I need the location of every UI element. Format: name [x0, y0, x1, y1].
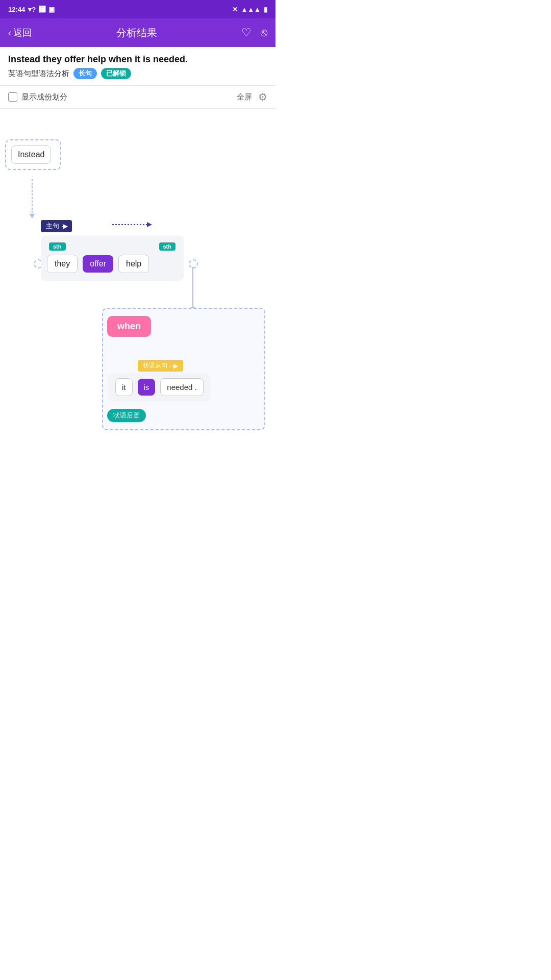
show-parts-label: 显示成份划分 [21, 92, 67, 102]
sentence-header: Instead they offer help when it is neede… [0, 47, 276, 86]
fullscreen-label[interactable]: 全屏 [237, 92, 252, 102]
when-word[interactable]: when [107, 316, 151, 337]
share-icon[interactable]: ⎋ [261, 26, 267, 39]
controls-right: 全屏 ⚙ [237, 91, 267, 103]
back-button[interactable]: ‹ 返回 [8, 27, 32, 39]
adv-clause-arrow: ···▶ [168, 362, 178, 370]
sentence-text: Instead they offer help when it is neede… [8, 54, 267, 65]
settings-icon[interactable]: ⚙ [258, 91, 267, 103]
sim-icon: ▣ [48, 6, 55, 13]
unlocked-badge: 已解锁 [101, 68, 131, 79]
status-bar: 12:44 ▾? 🅿 ▣ ✕ ▲▲▲ ▮ [0, 0, 276, 18]
word-they[interactable]: they [47, 255, 78, 273]
word-needed[interactable]: needed . [160, 378, 203, 396]
controls-bar: 显示成份划分 全屏 ⚙ [0, 86, 276, 109]
clause-words-box: it is needed . [108, 373, 211, 401]
status-right: ✕ ▲▲▲ ▮ [232, 6, 267, 13]
meta-label: 英语句型语法分析 [8, 69, 69, 79]
status-left: 12:44 ▾? 🅿 ▣ [8, 6, 55, 13]
no-wifi-icon: ✕ [232, 6, 238, 13]
svg-marker-1 [30, 214, 35, 218]
nav-bar: ‹ 返回 分析结果 ♡ ⎋ [0, 18, 276, 47]
word-help[interactable]: help [118, 255, 149, 273]
time-display: 12:44 [8, 6, 25, 13]
diagram-area: Instead 主句 ···▶ sth sth they offer help … [0, 109, 276, 466]
zhuju-text: 主句 [46, 222, 59, 231]
adv-clause-text: 状语从句 [143, 361, 167, 370]
word-is[interactable]: is [138, 379, 156, 396]
zhuju-label: 主句 ···▶ [41, 220, 72, 232]
show-parts-checkbox[interactable] [8, 92, 17, 102]
svg-marker-7 [147, 222, 152, 227]
dot-circle-right [189, 259, 198, 268]
zhuju-arrow: ···▶ [61, 223, 67, 230]
sth-badge-2: sth [159, 242, 176, 251]
word-offer[interactable]: offer [83, 255, 113, 273]
signal-icon: ▲▲▲ [241, 6, 261, 13]
controls-left: 显示成份划分 [8, 92, 67, 102]
parking-icon: 🅿 [39, 6, 45, 13]
instead-word[interactable]: Instead [11, 145, 51, 164]
page-title: 分析结果 [116, 26, 157, 40]
wifi-question-icon: ▾? [28, 6, 36, 13]
nav-actions: ♡ ⎋ [241, 26, 267, 39]
word-it[interactable]: it [115, 378, 133, 396]
main-clause-box: sth sth they offer help [41, 235, 184, 281]
words-row: they offer help [47, 255, 178, 273]
sth-badge-1: sth [49, 242, 66, 251]
sentence-meta: 英语句型语法分析 长句 已解锁 [8, 68, 267, 79]
adv-position-badge: 状语后置 [107, 409, 146, 422]
back-chevron-icon: ‹ [8, 28, 11, 38]
sth-labels-row: sth sth [47, 242, 178, 251]
adv-clause-label: 状语从句 ···▶ [138, 360, 183, 372]
back-label: 返回 [13, 27, 32, 39]
battery-icon: ▮ [264, 6, 267, 13]
heart-icon[interactable]: ♡ [241, 26, 252, 39]
long-sentence-badge: 长句 [73, 68, 97, 79]
